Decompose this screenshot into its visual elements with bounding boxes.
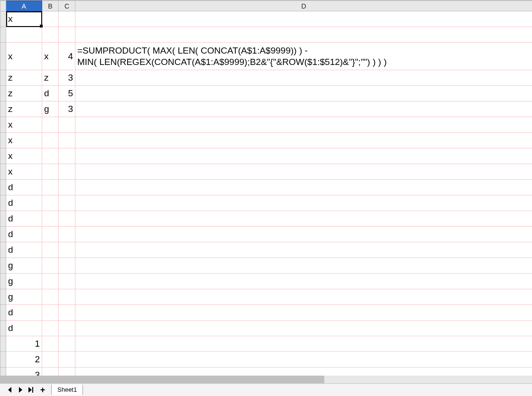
cell-A11[interactable]: d	[6, 180, 42, 195]
cell-D18[interactable]	[75, 289, 532, 305]
cell-D15[interactable]	[75, 242, 532, 258]
cell-A13[interactable]: d	[6, 211, 42, 227]
row-header[interactable]	[0, 352, 6, 368]
cell-A21[interactable]: 1	[6, 336, 42, 352]
select-all-corner[interactable]	[0, 1, 6, 11]
row-header[interactable]	[0, 242, 6, 258]
cell-B20[interactable]	[42, 321, 59, 336]
cell-C10[interactable]	[59, 164, 75, 180]
cell-D14[interactable]	[75, 227, 532, 242]
cell-C6[interactable]: 3	[59, 101, 75, 117]
cell-D6[interactable]	[75, 101, 532, 117]
cell-D4[interactable]	[75, 70, 532, 86]
row-header[interactable]	[0, 321, 6, 336]
cell-D5[interactable]	[75, 86, 532, 101]
cell-B2[interactable]	[42, 27, 59, 43]
cell-C20[interactable]	[59, 321, 75, 336]
cell-B10[interactable]	[42, 164, 59, 180]
row-header[interactable]	[0, 180, 6, 195]
cell-A2[interactable]	[6, 27, 42, 43]
cell-D22[interactable]	[75, 352, 532, 368]
row-header[interactable]	[0, 11, 6, 27]
cell-A17[interactable]: g	[6, 274, 42, 289]
cell-C13[interactable]	[59, 211, 75, 227]
cell-B1[interactable]	[42, 11, 59, 27]
cell-D11[interactable]	[75, 180, 532, 195]
cell-A20[interactable]: d	[6, 321, 42, 336]
row-header[interactable]	[0, 274, 6, 289]
cell-C1[interactable]	[59, 11, 75, 27]
cell-B21[interactable]	[42, 336, 59, 352]
sheet-nav-prev-button[interactable]	[5, 385, 15, 395]
cell-C17[interactable]	[59, 274, 75, 289]
cell-B17[interactable]	[42, 274, 59, 289]
cell-C7[interactable]	[59, 117, 75, 133]
cell-A15[interactable]: d	[6, 242, 42, 258]
cell-A5[interactable]: z	[6, 86, 42, 101]
cell-C15[interactable]	[59, 242, 75, 258]
cell-D8[interactable]	[75, 133, 532, 148]
cell-B9[interactable]	[42, 148, 59, 164]
cell-A1[interactable]: x	[6, 11, 42, 27]
cell-C16[interactable]	[59, 258, 75, 274]
column-header-D[interactable]: D	[75, 1, 532, 11]
cell-B3[interactable]: x	[42, 43, 59, 70]
cell-C19[interactable]	[59, 305, 75, 321]
cell-D1[interactable]	[75, 11, 532, 27]
row-header[interactable]	[0, 117, 6, 133]
sheet-tab-active[interactable]: Sheet1	[51, 385, 83, 395]
cell-C8[interactable]	[59, 133, 75, 148]
cell-D3[interactable]: =SUMPRODUCT( MAX( LEN( CONCAT(A$1:A$9999…	[75, 43, 532, 70]
cell-B16[interactable]	[42, 258, 59, 274]
cell-D9[interactable]	[75, 148, 532, 164]
cell-A4[interactable]: z	[6, 70, 42, 86]
cell-D2[interactable]	[75, 27, 532, 43]
cell-C22[interactable]	[59, 352, 75, 368]
cell-C21[interactable]	[59, 336, 75, 352]
row-header[interactable]	[0, 101, 6, 117]
cell-A18[interactable]: g	[6, 289, 42, 305]
cell-D21[interactable]	[75, 336, 532, 352]
cell-D19[interactable]	[75, 305, 532, 321]
cell-B12[interactable]	[42, 195, 59, 211]
row-header[interactable]	[0, 305, 6, 321]
cell-B13[interactable]	[42, 211, 59, 227]
cell-A3[interactable]: x	[6, 43, 42, 70]
cell-B18[interactable]	[42, 289, 59, 305]
sheet-nav-next-button[interactable]	[15, 385, 26, 395]
row-header[interactable]	[0, 86, 6, 101]
row-header[interactable]	[0, 70, 6, 86]
cell-C14[interactable]	[59, 227, 75, 242]
cell-B19[interactable]	[42, 305, 59, 321]
row-header[interactable]	[0, 227, 6, 242]
cell-B15[interactable]	[42, 242, 59, 258]
cell-C11[interactable]	[59, 180, 75, 195]
cell-A10[interactable]: x	[6, 164, 42, 180]
cell-D20[interactable]	[75, 321, 532, 336]
column-header-B[interactable]: B	[42, 1, 59, 11]
cell-C3[interactable]: 4	[59, 43, 75, 70]
add-sheet-button[interactable]: +	[37, 385, 48, 395]
cell-A7[interactable]: x	[6, 117, 42, 133]
cell-A9[interactable]: x	[6, 148, 42, 164]
horizontal-scrollbar-thumb[interactable]	[0, 376, 324, 383]
cell-D13[interactable]	[75, 211, 532, 227]
row-header[interactable]	[0, 148, 6, 164]
cell-D16[interactable]	[75, 258, 532, 274]
row-header[interactable]	[0, 43, 6, 70]
cell-C2[interactable]	[59, 27, 75, 43]
cell-A19[interactable]: d	[6, 305, 42, 321]
cell-D12[interactable]	[75, 195, 532, 211]
row-header[interactable]	[0, 195, 6, 211]
cell-D17[interactable]	[75, 274, 532, 289]
row-header[interactable]	[0, 164, 6, 180]
cell-A16[interactable]: g	[6, 258, 42, 274]
cell-B14[interactable]	[42, 227, 59, 242]
sheet-nav-last-button[interactable]	[26, 385, 36, 395]
cell-C5[interactable]: 5	[59, 86, 75, 101]
row-header[interactable]	[0, 133, 6, 148]
horizontal-scrollbar-track[interactable]	[0, 376, 532, 383]
cell-D10[interactable]	[75, 164, 532, 180]
cell-A22[interactable]: 2	[6, 352, 42, 368]
row-header[interactable]	[0, 27, 6, 43]
